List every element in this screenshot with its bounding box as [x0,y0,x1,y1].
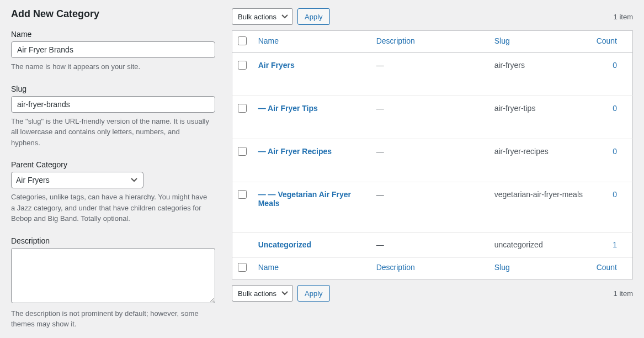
name-field-wrap: Name The name is how it appears on your … [11,30,215,72]
apply-button-bottom[interactable]: Apply [297,285,330,302]
category-list-panel: Bulk actions Apply 1 item Name Descripti… [232,8,633,330]
row-checkbox[interactable] [238,190,247,199]
description-label: Description [11,236,215,245]
select-all-top[interactable] [238,36,247,45]
header-slug[interactable]: Slug [489,31,590,53]
row-description: — [376,190,384,199]
table-row: — — Vegetarian Air Fryer Meals — vegetar… [232,182,633,233]
parent-help: Categories, unlike tags, can have a hier… [11,192,210,224]
row-description: — [376,240,384,249]
count-link[interactable]: 0 [613,61,617,70]
description-field-wrap: Description The description is not promi… [11,236,215,330]
footer-slug[interactable]: Slug [489,257,590,279]
slug-help: The "slug" is the URL-friendly version o… [11,116,210,149]
tablenav-bottom: Bulk actions Apply 1 item [232,285,633,302]
count-link[interactable]: 1 [613,240,617,249]
name-input[interactable] [11,41,215,58]
footer-name[interactable]: Name [253,257,371,279]
parent-select[interactable]: Air Fryers [11,172,143,188]
count-link[interactable]: 0 [613,147,617,156]
add-category-form: Add New Category Name The name is how it… [11,8,232,330]
parent-label: Parent Category [11,160,215,169]
category-link[interactable]: — — Vegetarian Air Fryer Meals [258,190,351,208]
form-title: Add New Category [11,8,215,20]
item-count-bottom: 1 item [614,289,633,298]
apply-button-top[interactable]: Apply [297,8,330,25]
count-link[interactable]: 0 [613,190,617,199]
row-description: — [376,61,384,70]
item-count-top: 1 item [614,13,633,21]
table-row: — Air Fryer Recipes — air-fryer-recipes … [232,139,633,182]
bulk-actions-bottom: Bulk actions Apply [232,285,330,302]
row-slug: air-fryer-tips [489,96,590,139]
count-link[interactable]: 0 [613,104,617,113]
row-checkbox[interactable] [238,104,247,113]
row-slug: vegetarian-air-fryer-meals [489,182,590,233]
select-all-bottom[interactable] [238,263,247,272]
header-name[interactable]: Name [253,31,371,53]
description-help: The description is not prominent by defa… [11,308,210,330]
category-link[interactable]: — Air Fryer Tips [258,104,318,113]
table-row: Air Fryers — air-fryers 0 [232,53,633,96]
categories-table: Name Description Slug Count Air Fryers —… [232,30,633,279]
parent-field-wrap: Parent Category Air Fryers Categories, u… [11,160,215,224]
row-slug: air-fryer-recipes [489,139,590,182]
row-slug: uncategorized [489,233,590,257]
name-label: Name [11,30,215,39]
footer-count[interactable]: Count [590,257,632,279]
description-textarea[interactable] [11,248,215,303]
row-description: — [376,104,384,113]
slug-input[interactable] [11,96,215,113]
category-link[interactable]: — Air Fryer Recipes [258,147,332,156]
header-description[interactable]: Description [371,31,489,53]
category-link[interactable]: Air Fryers [258,61,295,70]
category-link[interactable]: Uncategorized [258,240,311,249]
tablenav-top: Bulk actions Apply 1 item [232,8,633,25]
slug-field-wrap: Slug The "slug" is the URL-friendly vers… [11,84,215,149]
table-row: Uncategorized — uncategorized 1 [232,233,633,257]
bulk-select-top[interactable]: Bulk actions [232,8,293,25]
row-checkbox[interactable] [238,61,247,70]
name-help: The name is how it appears on your site. [11,61,210,72]
footer-description[interactable]: Description [371,257,489,279]
row-checkbox[interactable] [238,147,247,156]
bulk-actions-top: Bulk actions Apply [232,8,330,25]
row-slug: air-fryers [489,53,590,96]
row-description: — [376,147,384,156]
header-count[interactable]: Count [590,31,632,53]
table-row: — Air Fryer Tips — air-fryer-tips 0 [232,96,633,139]
bulk-select-bottom[interactable]: Bulk actions [232,285,293,302]
slug-label: Slug [11,84,215,93]
